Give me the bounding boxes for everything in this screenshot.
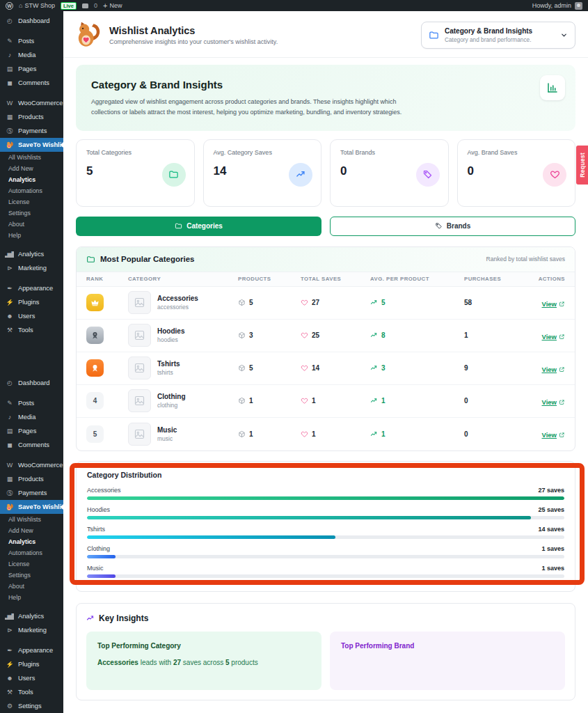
sidebar-item[interactable]: ◴ Dashboard: [0, 376, 63, 390]
sidebar-item[interactable]: About: [0, 581, 63, 592]
progress-track: [87, 516, 564, 519]
sidebar-item[interactable]: Ⓢ Payments: [0, 124, 63, 138]
sidebar-item[interactable]: ✒ Appearance: [0, 281, 63, 295]
site-menu[interactable]: ⌂ STW Shop: [19, 2, 55, 9]
trend-up-icon: [370, 364, 378, 372]
view-link[interactable]: View: [542, 398, 565, 406]
sidebar-item[interactable]: ⊳ Marketing: [0, 261, 63, 275]
sidebar-item[interactable]: ◼ Comments: [0, 76, 63, 90]
wordpress-logo-icon[interactable]: W: [6, 2, 13, 10]
sidebar-item[interactable]: ▦ Products: [0, 110, 63, 124]
sidebar-item[interactable]: ◴ Dashboard: [0, 14, 63, 28]
sidebar-item[interactable]: Settings: [0, 570, 63, 581]
sidebar-item[interactable]: ⚡ Plugins: [0, 295, 63, 309]
users-icon: ☻: [5, 313, 14, 320]
category-slug: clothing: [157, 402, 186, 409]
insights-hero: Category & Brand Insights Aggregated vie…: [76, 65, 575, 131]
sidebar-item[interactable]: Help: [0, 592, 63, 603]
distribution-row: Tshirts14 saves: [87, 526, 564, 539]
sidebar-item[interactable]: ⚒ Tools: [0, 323, 63, 337]
sidebar-item[interactable]: W WooCommerce: [0, 96, 63, 110]
marketing-icon: ⊳: [5, 627, 14, 634]
howdy-text[interactable]: Howdy, admin: [532, 2, 571, 9]
sidebar-item[interactable]: ⊳ Marketing: [0, 623, 63, 637]
sidebar-item[interactable]: ▂▅▇ Analytics: [0, 609, 63, 623]
categories-tab-button[interactable]: Categories: [76, 217, 321, 236]
distribution-row: Clothing1 saves: [87, 545, 564, 558]
sidebar-item[interactable]: License: [0, 558, 63, 570]
distribution-row: Accessories27 saves: [87, 487, 564, 500]
wp-sidebar: ◴ Dashboard ✎ Posts ♪ Media ▤ Pages: [0, 11, 63, 713]
crown-icon: [86, 294, 104, 311]
sidebar-item[interactable]: All Wishlists: [0, 514, 63, 525]
table-row: Hoodies hoodies 3 25: [77, 320, 575, 352]
request-tab-button[interactable]: Request: [576, 146, 588, 185]
appearance-icon: ✒: [5, 285, 14, 292]
category-thumbnail: [128, 356, 151, 379]
stat-card-avg-category-saves: Avg. Category Saves 14: [203, 139, 322, 207]
external-link-icon: [559, 334, 565, 340]
progress-track: [87, 555, 564, 558]
comments-bubble-icon[interactable]: [82, 3, 88, 8]
stat-card-total-categories: Total Categories 5: [76, 139, 195, 207]
sidebar-item[interactable]: ☻ Users: [0, 671, 63, 685]
sidebar-item[interactable]: SaveTo Wishlist: [0, 138, 63, 152]
brands-tab-button[interactable]: Brands: [330, 217, 575, 236]
saves-count: 1: [312, 430, 316, 438]
sidebar-item[interactable]: ◼ Comments: [0, 438, 63, 452]
avatar[interactable]: ☻: [575, 2, 582, 10]
sidebar-item[interactable]: ♪ Media: [0, 410, 63, 424]
sidebar-item[interactable]: Automations: [0, 185, 63, 196]
new-menu[interactable]: + New: [103, 2, 122, 10]
package-icon: [238, 299, 246, 306]
trend-up-icon: [86, 614, 95, 622]
sidebar-item[interactable]: ⚒ Tools: [0, 685, 63, 699]
report-selector[interactable]: Category & Brand Insights Category and b…: [421, 22, 575, 49]
sidebar-item[interactable]: Add New: [0, 163, 63, 174]
payments-icon: Ⓢ: [5, 490, 14, 496]
sidebar-item[interactable]: Automations: [0, 547, 63, 558]
squirrel-mascot-icon: [74, 21, 102, 49]
sidebar-item[interactable]: W WooCommerce: [0, 458, 63, 472]
sidebar-item[interactable]: About: [0, 219, 63, 230]
sidebar-item[interactable]: ♪ Media: [0, 48, 63, 62]
sidebar-item[interactable]: Help: [0, 230, 63, 241]
view-link[interactable]: View: [542, 300, 565, 308]
sidebar-item[interactable]: ⚙ Settings: [0, 699, 63, 713]
view-link[interactable]: View: [542, 366, 565, 373]
image-placeholder-icon: [134, 428, 145, 440]
sidebar-item[interactable]: ▤ Pages: [0, 62, 63, 76]
sidebar-item[interactable]: ▤ Pages: [0, 424, 63, 438]
plus-icon: +: [103, 2, 107, 10]
medal-icon: [86, 359, 104, 377]
sidebar-item[interactable]: ✒ Appearance: [0, 643, 63, 657]
sidebar-item[interactable]: SaveTo Wishlist: [0, 500, 63, 514]
sidebar-item[interactable]: All Wishlists: [0, 152, 63, 163]
avg-count: 5: [381, 299, 386, 306]
sidebar-item[interactable]: ✎ Posts: [0, 34, 63, 48]
sidebar-item[interactable]: Settings: [0, 207, 63, 219]
sidebar-item[interactable]: ⚡ Plugins: [0, 657, 63, 671]
sidebar-item[interactable]: Ⓢ Payments: [0, 486, 63, 500]
sidebar-item[interactable]: ▂▅▇ Analytics: [0, 247, 63, 261]
image-placeholder-icon: [134, 362, 145, 374]
sidebar-item[interactable]: ✎ Posts: [0, 396, 63, 410]
media-icon: ♪: [5, 52, 14, 58]
package-icon: [238, 364, 246, 372]
sidebar-item[interactable]: License: [0, 196, 63, 207]
category-thumbnail: [128, 389, 151, 412]
avg-count: 3: [381, 364, 386, 372]
top-brand-insight: Top Performing Brand: [330, 632, 565, 690]
sidebar-item[interactable]: Add New: [0, 525, 63, 536]
view-link[interactable]: View: [542, 333, 565, 340]
sidebar-item[interactable]: ☻ Users: [0, 309, 63, 323]
saves-count: 27: [312, 299, 319, 306]
sidebar-item[interactable]: Analytics: [0, 536, 63, 547]
view-link[interactable]: View: [542, 431, 565, 439]
saves-count: 25: [312, 331, 319, 339]
sidebar-item[interactable]: Analytics: [0, 174, 63, 185]
sidebar-item[interactable]: ▦ Products: [0, 472, 63, 486]
sidebar-section-1: ◴ Dashboard ✎ Posts ♪ Media ▤ Pages: [0, 14, 63, 337]
package-icon: [238, 331, 246, 339]
comments-icon: ◼: [5, 442, 14, 448]
